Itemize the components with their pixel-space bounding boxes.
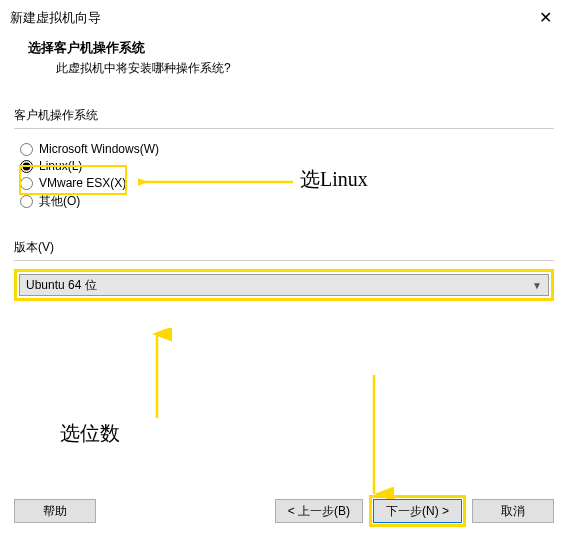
radio-other-label: 其他(O) bbox=[39, 193, 80, 210]
annotation-linux: 选Linux bbox=[300, 166, 368, 193]
cancel-button[interactable]: 取消 bbox=[472, 499, 554, 523]
radio-windows-label: Microsoft Windows(W) bbox=[39, 142, 159, 156]
radio-windows[interactable]: Microsoft Windows(W) bbox=[20, 142, 548, 156]
version-selected: Ubuntu 64 位 bbox=[26, 277, 97, 294]
page-title: 选择客户机操作系统 bbox=[28, 39, 548, 57]
next-highlight: 下一步(N) > bbox=[369, 495, 466, 527]
radio-vmware-esx-label: VMware ESX(X) bbox=[39, 176, 126, 190]
arrow-to-version bbox=[145, 328, 225, 423]
radio-vmware-esx[interactable]: VMware ESX(X) bbox=[20, 176, 548, 190]
radio-windows-input[interactable] bbox=[20, 143, 33, 156]
close-icon[interactable]: ✕ bbox=[533, 6, 558, 29]
window-title: 新建虚拟机向导 bbox=[10, 9, 101, 27]
radio-vmware-esx-input[interactable] bbox=[20, 177, 33, 190]
back-button[interactable]: < 上一步(B) bbox=[275, 499, 363, 523]
os-radio-group: Microsoft Windows(W) Linux(L) VMware ESX… bbox=[14, 128, 554, 229]
page-subtitle: 此虚拟机中将安装哪种操作系统? bbox=[28, 60, 548, 77]
annotation-bits: 选位数 bbox=[60, 420, 120, 447]
radio-other-input[interactable] bbox=[20, 195, 33, 208]
radio-linux[interactable]: Linux(L) bbox=[20, 159, 548, 173]
radio-linux-label: Linux(L) bbox=[39, 159, 82, 173]
help-button[interactable]: 帮助 bbox=[14, 499, 96, 523]
arrow-to-next bbox=[356, 370, 396, 500]
version-highlight: Ubuntu 64 位 ▼ bbox=[14, 269, 554, 301]
radio-linux-input[interactable] bbox=[20, 160, 33, 173]
radio-other[interactable]: 其他(O) bbox=[20, 193, 548, 210]
os-group-label: 客户机操作系统 bbox=[14, 107, 554, 124]
version-label: 版本(V) bbox=[14, 239, 554, 256]
chevron-down-icon: ▼ bbox=[532, 280, 542, 291]
version-select[interactable]: Ubuntu 64 位 ▼ bbox=[19, 274, 549, 296]
next-button[interactable]: 下一步(N) > bbox=[373, 499, 462, 523]
